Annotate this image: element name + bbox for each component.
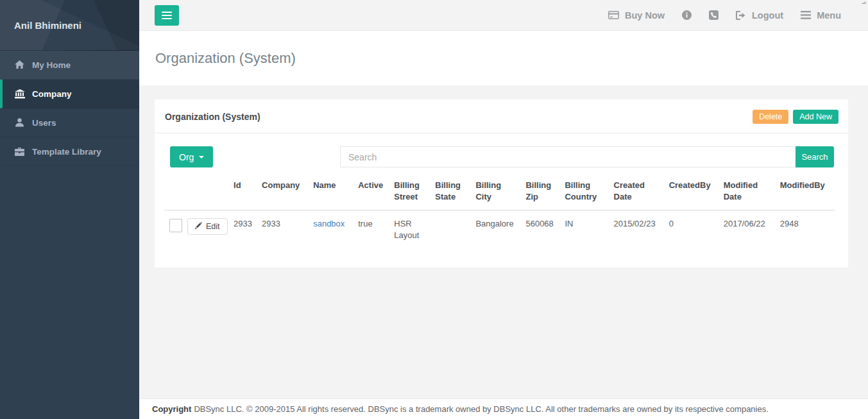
cell-id: 2933 [228,210,257,249]
sidebar-item-template-library[interactable]: Template Library [0,137,139,166]
logout-label: Logout [752,10,783,21]
topbar: Buy Now Logout [139,0,868,31]
bank-icon [14,89,25,99]
copyright-text: DBSync LLC. © 2009-2015 All rights reser… [194,404,768,414]
organization-table: Id Company Name Active Billing Street Bi… [164,174,835,248]
col-edit [182,174,228,210]
sidebar-item-company[interactable]: Company [0,80,139,108]
cell-created-by: 0 [664,210,719,249]
col-created-date: Created Date [609,174,664,210]
col-billing-city: Billing City [470,174,520,210]
user-icon [14,117,25,128]
sidebar-item-label: My Home [32,60,71,70]
edit-button-label: Edit [206,222,220,231]
phone-square-icon[interactable] [709,10,719,20]
cell-billing-state [430,210,470,249]
topbar-actions: Buy Now Logout [608,10,841,21]
col-active: Active [353,174,389,210]
sidebar-item-users[interactable]: Users [0,108,139,137]
buy-now-label: Buy Now [625,10,665,21]
info-circle-icon[interactable] [682,10,692,20]
edit-button[interactable]: Edit [187,218,228,235]
content-area: Organization (System) Delete Add New Org [139,85,868,398]
col-modified-date: Modified Date [719,174,775,210]
scrollbar-artifact[interactable] [862,2,866,4]
cell-billing-zip: 560068 [520,210,559,249]
page-title: Organization (System) [155,50,296,67]
col-billing-zip: Billing Zip [520,174,559,210]
briefcase-icon [14,146,25,157]
search-group: Search [340,146,834,167]
sidebar-item-label: Users [32,118,56,128]
col-id: Id [228,174,257,210]
footer: Copyright DBSync LLC. © 2009-2015 All ri… [139,398,868,419]
col-billing-state: Billing State [430,174,470,210]
cell-created-date: 2015/02/23 [609,210,664,249]
sidebar-profile: Anil Bhimineni [0,0,139,51]
col-name: Name [308,174,353,210]
row-select-checkbox[interactable] [169,219,182,232]
cell-company: 2933 [257,210,308,249]
panel-title: Organization (System) [165,112,260,122]
panel-body: Org Search [155,133,848,268]
menu-label: Menu [817,10,841,21]
panel-header: Organization (System) Delete Add New [155,99,848,133]
main-area: Buy Now Logout [139,0,868,419]
table-row: Edit 2933 2933 sandbox true HSR Layout B… [164,210,835,249]
copyright-label: Copyright [152,404,191,414]
pencil-icon [195,222,202,231]
table-header-row: Id Company Name Active Billing Street Bi… [164,174,835,210]
hamburger-icon [162,12,172,13]
home-icon [14,60,25,70]
sidebar: Anil Bhimineni My Home Company Users [0,0,139,419]
cell-billing-street: HSR Layout [389,210,430,249]
table-toolbar: Org Search [164,146,838,167]
user-name: Anil Bhimineni [14,20,81,31]
app-root: Anil Bhimineni My Home Company Users [0,0,868,419]
cell-billing-country: IN [559,210,608,249]
sidebar-nav: My Home Company Users Template Library [0,51,139,166]
menu-bars-icon [801,11,811,19]
col-created-by: CreatedBy [664,174,719,210]
sidebar-toggle-button[interactable] [155,5,179,26]
sidebar-item-my-home[interactable]: My Home [0,51,139,80]
col-company: Company [257,174,308,210]
org-dropdown-label: Org [179,152,194,162]
sidebar-item-label: Company [32,89,72,99]
add-new-button[interactable]: Add New [793,110,838,124]
col-billing-street: Billing Street [389,174,430,210]
chevron-down-icon [199,156,204,158]
col-checkbox [164,174,182,210]
cell-modified-by: 2948 [775,210,835,249]
cell-billing-city: Bangalore [470,210,520,249]
cell-active: true [353,210,389,249]
credit-card-icon [608,11,619,19]
search-input[interactable] [340,146,796,167]
org-dropdown-button[interactable]: Org [170,146,213,167]
search-button[interactable]: Search [796,146,834,167]
cell-name-link[interactable]: sandbox [313,219,345,228]
col-billing-country: Billing Country [559,174,608,210]
sidebar-item-label: Template Library [32,147,101,157]
page-header: Organization (System) [139,31,868,85]
delete-button[interactable]: Delete [753,110,788,124]
panel-actions: Delete Add New [753,110,838,124]
organization-panel: Organization (System) Delete Add New Org [155,99,848,268]
sign-out-icon [736,11,746,20]
cell-modified-date: 2017/06/22 [719,210,775,249]
menu-link[interactable]: Menu [801,10,841,21]
col-modified-by: ModifiedBy [775,174,835,210]
logout-link[interactable]: Logout [736,10,783,21]
buy-now-link[interactable]: Buy Now [608,10,665,21]
